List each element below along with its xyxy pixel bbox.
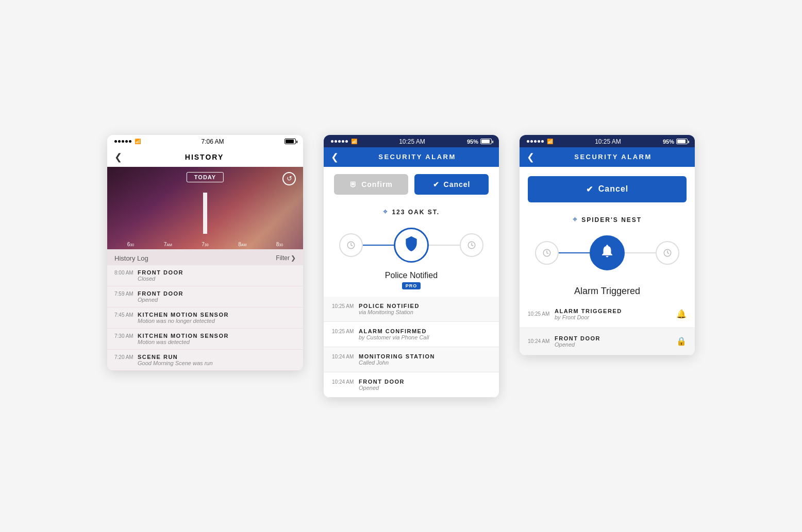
confirm-button[interactable]: ⛨ Confirm [334,174,408,195]
status-timeline [324,219,499,267]
status-time-2: 10:25 AM [399,138,425,145]
event-time-2: 10:24 AM [332,354,359,359]
shield-icon-confirm: ⛨ [349,180,357,188]
alarm-event-content-0: ALARM TRIGGERED by Front Door [555,308,672,320]
battery-icon-2 [480,139,492,144]
back-button-1[interactable]: ❮ [114,151,122,163]
bell-icon-timeline [599,243,615,262]
event-content-0: POLICE NOTIFIED via Monitoring Station [359,303,491,315]
address-text-3: SPIDER'S NEST [581,216,642,224]
wifi-icon-2: 📶 [351,139,357,144]
time-label-3: 8AM [238,242,246,247]
timeline-bell-circle [590,235,625,270]
address-text: 123 OAK ST. [392,209,440,216]
dot3-4 [538,140,540,143]
log-item-2: 7:45 AM KITCHEN MOTION SENSOR Motion was… [107,307,303,329]
alarm-event-content-1: FRONT DOOR Opened [555,335,672,348]
chart-bar [203,193,207,234]
nav-title-1: HISTORY [127,153,281,161]
dot1 [114,140,117,143]
event-desc-2: Called John [359,359,491,366]
dot2-5 [345,140,348,143]
battery-1 [285,139,296,144]
phone-security-alarm-2: 📶 10:25 AM 95% ❮ SECURITY ALARM ✔ Cancel… [520,135,695,355]
dot2-1 [331,140,333,143]
filter-button[interactable]: Filter ❯ [276,254,296,262]
chart-settings-icon[interactable]: ↺ [282,172,296,185]
pro-badge: PRO [324,280,499,289]
dot3-2 [530,140,533,143]
timeline-start-circle [339,233,363,257]
log-item-4: 7:20 AM SCENE RUN Good Morning Scene was… [107,350,303,371]
history-log-header: History Log Filter ❯ [107,249,303,265]
status-bar-1: 📶 7:06 AM [107,135,303,147]
status-bar-2: 📶 10:25 AM 95% [324,135,499,147]
pin-icon-3: ⌖ [573,215,577,224]
log-desc-4: Good Morning Scene was run [138,360,296,366]
dot3-1 [527,140,529,143]
back-button-2[interactable]: ❮ [331,151,339,163]
dot2-3 [338,140,341,143]
cancel-only-icon: ✔ [586,184,593,194]
log-content-1: FRONT DOOR Opened [138,290,296,303]
dot3 [122,140,124,143]
today-button[interactable]: TODAY [187,172,224,182]
time-label-0: 630 [127,242,134,247]
back-button-3[interactable]: ❮ [527,151,534,163]
nav-title-2: SECURITY ALARM [343,153,492,161]
alarm-event-desc-0: by Front Door [555,314,672,320]
log-content-2: KITCHEN MOTION SENSOR Motion was no long… [138,312,296,324]
event-content-2: MONITORING STATION Called John [359,353,491,366]
event-time-0: 10:25 AM [332,303,359,309]
status-time-3: 10:25 AM [595,138,621,145]
status-left-1: 📶 [114,139,141,144]
signal-dots-3 [527,140,544,143]
dot5 [129,140,131,143]
event-item-2: 10:24 AM MONITORING STATION Called John [324,347,499,372]
status-timeline-3 [520,227,695,274]
log-title: History Log [114,254,148,262]
cancel-button[interactable]: ✔︎ Cancel [414,174,489,195]
alarm-status-text: Alarm Triggered [528,286,687,297]
alarm-event-time-0: 10:25 AM [528,311,555,317]
alarm-event-time-1: 10:24 AM [528,338,555,344]
event-item-0: 10:25 AM POLICE NOTIFIED via Monitoring … [324,297,499,322]
cancel-only-button[interactable]: ✔ Cancel [528,176,687,202]
nav-bar-3: ❮ SECURITY ALARM [520,147,695,167]
status-label-text: Police Notified [324,271,499,280]
log-content-4: SCENE RUN Good Morning Scene was run [138,354,296,366]
wifi-icon-3: 📶 [547,139,553,144]
log-name-2: KITCHEN MOTION SENSOR [138,312,296,318]
bell-icon-event: 🔔 [676,309,687,319]
log-content-3: KITCHEN MOTION SENSOR Motion was detecte… [138,333,296,345]
nav-title-3: SECURITY ALARM [539,153,688,161]
log-name-4: SCENE RUN [138,354,296,360]
alarm-events: 10:25 AM ALARM TRIGGERED by Front Door 🔔… [520,301,695,355]
status-right-1 [285,139,296,144]
action-buttons: ⛨ Confirm ✔︎ Cancel [324,167,499,202]
event-time-1: 10:25 AM [332,329,359,334]
alarm-status-section: Alarm Triggered [520,274,695,301]
log-name-1: FRONT DOOR [138,290,296,297]
signal-dots-2 [331,140,348,143]
event-log: 10:25 AM POLICE NOTIFIED via Monitoring … [324,297,499,398]
status-label-section: Police Notified PRO [324,267,499,291]
pin-icon: ⌖ [383,207,388,216]
timeline-main-circle [394,228,429,263]
status-left-2: 📶 [331,139,357,144]
screens-container: 📶 7:06 AM ❮ HISTORY TODAY ↺ 630 7AM 730 … [107,135,695,398]
status-right-3: 95% [663,139,688,145]
battery-pct-2: 95% [467,139,478,145]
wifi-icon-1: 📶 [135,139,141,144]
address-section: ⌖ 123 OAK ST. [324,202,499,219]
time-label-1: 7AM [164,242,172,247]
event-time-3: 10:24 AM [332,379,359,385]
log-desc-2: Motion was no longer detected [138,318,296,324]
status-left-3: 📶 [527,139,553,144]
chevron-right-icon: ❯ [291,254,296,262]
log-time-1: 7:59 AM [114,291,138,297]
log-time-2: 7:45 AM [114,312,138,318]
log-time-0: 8:00 AM [114,270,138,276]
phone-security-alarm: 📶 10:25 AM 95% ❮ SECURITY ALARM ⛨ Confir… [324,135,499,398]
event-item-1: 10:25 AM ALARM CONFIRMED by Customer via… [324,322,499,347]
